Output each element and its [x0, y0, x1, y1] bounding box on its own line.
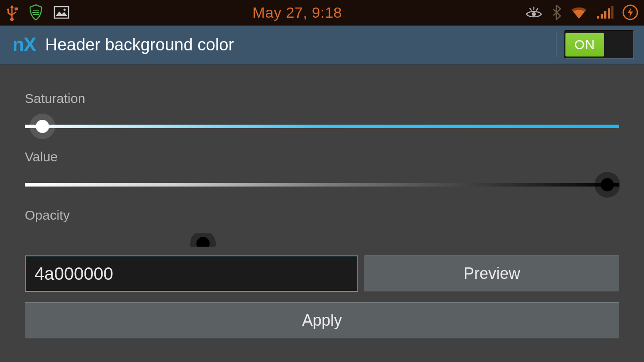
shield-icon — [28, 4, 43, 21]
svg-rect-5 — [604, 11, 606, 19]
picture-icon — [53, 5, 70, 19]
svg-point-1 — [64, 9, 66, 11]
svg-point-2 — [532, 12, 536, 16]
content-area: Saturation Value Opacity — [0, 65, 644, 362]
value-track — [25, 183, 619, 187]
signal-icon — [596, 5, 614, 19]
hex-input[interactable] — [25, 255, 358, 292]
saturation-thumb[interactable] — [30, 114, 55, 139]
hex-preview-row: Preview — [25, 255, 619, 292]
apply-button[interactable]: Apply — [25, 302, 619, 339]
thumb-dot — [36, 120, 49, 133]
status-right-icons — [525, 4, 639, 21]
opacity-label: Opacity — [25, 208, 619, 223]
value-label: Value — [25, 149, 619, 164]
svg-rect-3 — [597, 16, 599, 19]
logo-n: n — [12, 34, 23, 55]
app-logo: nX — [12, 34, 35, 56]
thumb-dot — [196, 237, 210, 247]
svg-rect-6 — [608, 8, 610, 19]
bluetooth-icon — [551, 4, 562, 21]
opacity-thumb[interactable] — [190, 233, 216, 247]
eye-icon — [525, 5, 543, 19]
value-slider[interactable] — [25, 175, 619, 194]
battery-charging-icon — [622, 4, 639, 21]
saturation-label: Saturation — [25, 91, 619, 106]
thumb-dot — [601, 178, 614, 191]
svg-rect-7 — [611, 6, 613, 19]
saturation-slider[interactable] — [25, 117, 619, 136]
feature-toggle[interactable]: ON — [564, 30, 634, 59]
opacity-group: Opacity — [25, 208, 619, 247]
opacity-slider[interactable] — [25, 233, 619, 247]
preview-button[interactable]: Preview — [364, 255, 619, 292]
app-header: nX Header background color ON — [0, 26, 644, 65]
svg-rect-4 — [601, 14, 603, 19]
page-title: Header background color — [45, 35, 556, 54]
saturation-group: Saturation — [25, 91, 619, 136]
logo-x: X — [23, 34, 35, 55]
value-group: Value — [25, 149, 619, 194]
svg-rect-0 — [54, 7, 69, 18]
status-bar: May 27, 9:18 — [0, 0, 644, 26]
header-divider — [556, 32, 556, 57]
saturation-track — [25, 125, 619, 128]
status-left-icons — [5, 4, 70, 21]
value-thumb[interactable] — [594, 172, 620, 198]
toggle-on-label: ON — [565, 33, 604, 57]
wifi-icon — [570, 5, 588, 19]
status-time: May 27, 9:18 — [70, 4, 525, 21]
usb-icon — [5, 4, 19, 21]
